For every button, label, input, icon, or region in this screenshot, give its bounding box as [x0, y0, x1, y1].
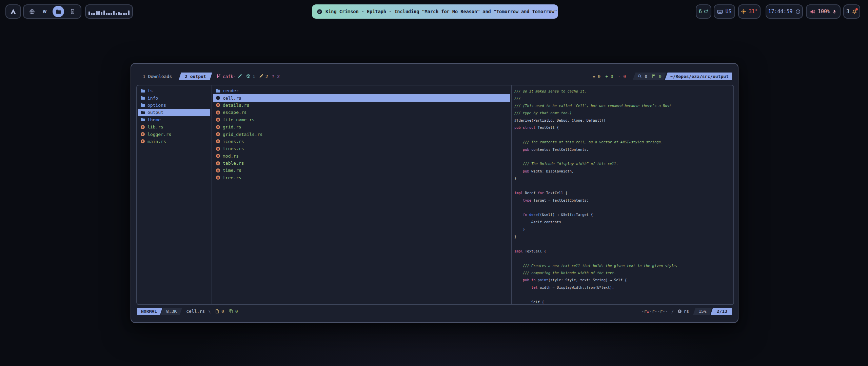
parent-pane[interactable]: fsinfooptionsoutputthemeRlib.rsRlogger.r… [138, 87, 210, 145]
file-name: mod.rs [223, 154, 239, 159]
file-name: grid.rs [223, 124, 241, 129]
preview-pane[interactable]: /// so it makes sense to cache it.//////… [514, 88, 732, 304]
svg-text:R: R [142, 133, 144, 136]
spotify-icon [317, 9, 322, 15]
file-row[interactable]: Ricons.rs [213, 138, 510, 145]
diff-removed: - 0 [618, 74, 626, 79]
rust-icon: R [216, 132, 220, 137]
svg-text:R: R [217, 104, 219, 107]
status-filename: cell.rs [186, 309, 205, 314]
file-row[interactable]: Rtable.rs [213, 160, 510, 167]
file-row[interactable]: Rlines.rs [213, 145, 510, 152]
git-branch-name: cafk- [223, 74, 236, 79]
code-line: /// The contents of this cell, as a vect… [514, 139, 732, 146]
yazi-panes: fsinfooptionsoutputthemeRlib.rsRlogger.r… [136, 85, 734, 305]
file-row[interactable]: Rmain.rs [138, 138, 210, 145]
file-row[interactable]: Rdetails.rs [213, 102, 510, 109]
code-line: pub width: DisplayWidth, [514, 168, 732, 175]
browser-icon[interactable] [28, 8, 36, 15]
file-row[interactable]: Rmod.rs [213, 152, 510, 160]
cpu-graph-widget[interactable] [85, 4, 133, 19]
file-row[interactable]: Rlogger.rs [138, 130, 210, 138]
current-pane[interactable]: renderRcell.rsRdetails.rsRescape.rsRfile… [213, 87, 510, 181]
keyboard-layout-widget[interactable]: US [714, 4, 735, 19]
svg-text:N: N [42, 9, 46, 14]
pencil-icon [259, 74, 264, 79]
file-row[interactable]: Rgrid_details.rs [213, 130, 510, 138]
updates-widget[interactable]: 6 [696, 4, 711, 19]
document-icon[interactable] [69, 8, 76, 15]
diff-modified: = 0 [593, 74, 600, 79]
rust-icon: R [216, 110, 220, 115]
files-icon[interactable] [53, 6, 64, 17]
code-line: fn deref(&self) → &Self::Target { [514, 211, 732, 218]
file-name: details.rs [223, 103, 249, 108]
music-widget[interactable]: King Crimson - Epitaph - Including "Marc… [312, 4, 558, 19]
git-branch-icon [216, 74, 221, 79]
notification-count: 3 [846, 8, 849, 15]
file-name: output [147, 110, 163, 115]
weather-widget[interactable]: 31° [738, 4, 761, 19]
refresh-icon [704, 9, 708, 14]
file-row[interactable]: Rgrid.rs [213, 123, 510, 130]
file-size: 8.3K [161, 308, 182, 315]
svg-text:R: R [217, 162, 219, 165]
code-line: let width = DisplayWidth::from(&*text); [514, 284, 732, 291]
file-name: fs [147, 88, 153, 93]
rust-icon: R [216, 125, 220, 129]
file-name: cell.rs [223, 96, 241, 101]
code-line [514, 182, 732, 189]
file-name: time.rs [223, 168, 241, 173]
tab-output[interactable]: 2 output [179, 73, 212, 80]
launcher-button[interactable] [5, 4, 21, 19]
code-line: Self { [514, 299, 732, 304]
folder-icon [140, 88, 145, 93]
file-row[interactable]: Rfile_name.rs [213, 116, 510, 123]
file-row[interactable]: output [138, 109, 210, 116]
svg-text:R: R [217, 97, 219, 100]
clock-widget[interactable]: 17:44:59 [766, 4, 803, 19]
cwd-path[interactable]: ~/Repos/eza/src/output [665, 73, 732, 80]
folder-icon [216, 88, 220, 93]
file-row[interactable]: info [138, 94, 210, 101]
code-line: /// The Unicode “display width” of this … [514, 160, 732, 167]
file-row[interactable]: Rcell.rs [213, 94, 510, 101]
task-count: 0 [221, 309, 224, 314]
rust-icon: R [216, 139, 220, 144]
git-status-cluster: cafk- 1 2 ? 2 [216, 74, 280, 79]
code-line: } [514, 233, 732, 240]
file-name: escape.rs [223, 110, 246, 115]
svg-text:R: R [142, 126, 144, 129]
neovim-icon[interactable]: N [40, 8, 48, 15]
cursor-position: 2/13 [711, 308, 732, 315]
git-untracked: ? 2 [272, 74, 280, 79]
file-row[interactable]: render [213, 87, 510, 94]
code-line: pub contents: TextCellContents, [514, 146, 732, 153]
mode-badge: NORMAL [137, 308, 162, 315]
audio-widget[interactable]: 100% [806, 4, 841, 19]
notifications-widget[interactable]: 3 [843, 4, 860, 19]
file-name: theme [147, 117, 161, 122]
file-row[interactable]: Rlib.rs [138, 123, 210, 130]
svg-text:R: R [217, 118, 219, 121]
file-row[interactable]: theme [138, 116, 210, 123]
flag-icon [652, 74, 656, 79]
git-modified-count: 2 [265, 74, 268, 79]
file-row[interactable]: Rescape.rs [213, 109, 510, 116]
code-line: pub struct TextCell { [514, 124, 732, 131]
clock-icon [795, 9, 801, 14]
code-line [514, 153, 732, 160]
code-line: pub fn paint(style: Style, text: String)… [514, 277, 732, 284]
svg-text:R: R [217, 140, 219, 143]
file-row[interactable]: options [138, 102, 210, 109]
task-file-icon [215, 309, 220, 314]
file-row[interactable]: Rtree.rs [213, 174, 510, 181]
diff-counters: = 0 + 0 - 0 [593, 74, 626, 79]
volume-level: 100% [818, 8, 830, 15]
rust-icon: R [140, 139, 145, 144]
file-row[interactable]: Rtime.rs [213, 167, 510, 174]
pane-separator [511, 85, 512, 304]
file-row[interactable]: fs [138, 87, 210, 94]
temperature: 31° [749, 8, 758, 15]
tab-downloads[interactable]: 1 Downloads [138, 73, 177, 80]
